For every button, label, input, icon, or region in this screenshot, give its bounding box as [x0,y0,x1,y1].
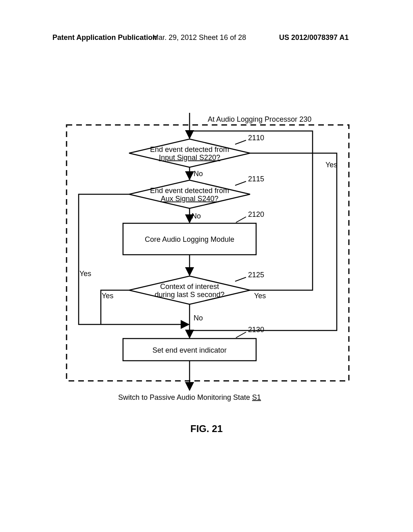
header-right: US 2012/0078397 A1 [279,33,348,42]
d2125-l1: Context of interest [160,283,219,291]
flow-title: At Audio Logging Processor 230 [208,115,311,123]
p2120-text: Core Audio Logging Module [145,235,234,243]
header-mid: Mar. 29, 2012 Sheet 16 of 28 [152,33,246,42]
lbl-2125-no: No [194,314,203,322]
d2110-l1: End event detected from [150,145,229,154]
ref-2110: 2110 [248,134,264,142]
d2115-l2: Aux Signal S240? [161,195,218,203]
p2130-text: Set end event indicator [152,346,227,354]
ref-2125: 2125 [248,271,264,279]
ref-tick-2110 [235,140,246,144]
lbl-2115-yes: Yes [79,270,91,278]
ref-2130: 2130 [248,326,264,334]
figure-label: FIG. 21 [0,423,413,434]
edge-2115-yes [79,194,189,324]
lbl-2110-no: No [194,170,203,178]
lbl-2115-no: No [192,212,201,220]
lbl-2110-yes: Yes [325,161,337,169]
ref-tick-2130 [236,332,246,338]
exit-label: Switch to Passive Audio Monitoring State… [118,393,261,401]
ref-tick-2120 [236,217,246,222]
d2110-l2: Input Signal S220? [159,154,220,162]
ref-tick-2115 [235,181,246,185]
ref-2120: 2120 [248,210,264,218]
header-left: Patent Application Publication [52,33,157,42]
d2125-l2: during last S second? [154,291,224,299]
ref-tick-2125 [235,277,246,281]
ref-2115: 2115 [248,175,264,183]
d2115-l1: End event detected from [150,187,229,195]
lbl-2125-yes: Yes [254,292,266,300]
lbl-2125-yes-left: Yes [102,292,113,300]
flowchart: At Audio Logging Processor 230 End event… [63,113,353,407]
